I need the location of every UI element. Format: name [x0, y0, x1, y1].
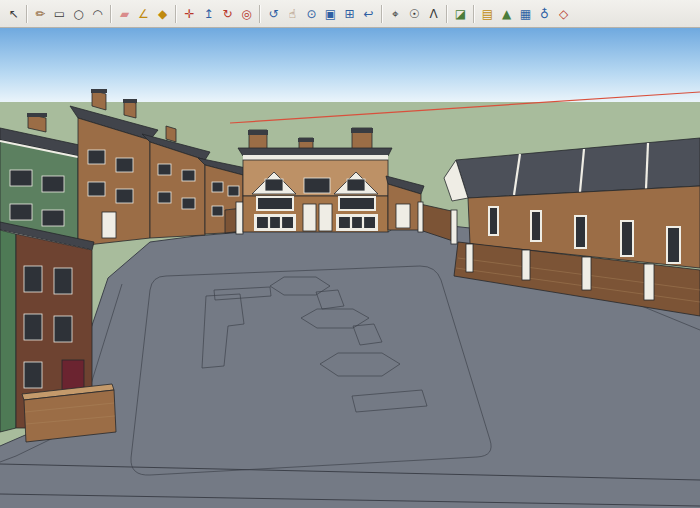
toolbar-separator	[175, 5, 177, 23]
toolbar-separator	[259, 5, 261, 23]
select-tool-button[interactable]: ↖	[5, 4, 23, 24]
section-plane-tool-button[interactable]: ◪	[452, 4, 470, 24]
front-door	[303, 204, 316, 231]
main-toolbar: ↖ ✏ ▭ ○ ◠ ▰ ∠ ◆ ✛ ↥ ↻ ◎ ↺ ☝ ⊙ ▣ ⊞ ↩ ⌖ ☉ …	[0, 0, 700, 28]
get-models-button[interactable]: ◇	[555, 4, 573, 24]
push-pull-tool-button[interactable]: ↥	[200, 4, 218, 24]
eraser-tool-button[interactable]: ▰	[116, 4, 134, 24]
orbit-tool-button[interactable]: ↺	[265, 4, 283, 24]
center-window	[304, 178, 330, 193]
photo-textures-button[interactable]: ▦	[517, 4, 535, 24]
toolbar-separator	[381, 5, 383, 23]
rotate-tool-button[interactable]: ↻	[219, 4, 237, 24]
rectangle-tool-button[interactable]: ▭	[51, 4, 69, 24]
toolbar-separator	[446, 5, 448, 23]
roof	[238, 148, 392, 156]
fascia	[243, 155, 388, 160]
look-around-tool-button[interactable]: ☉	[406, 4, 424, 24]
paint-bucket-tool-button[interactable]: ◆	[154, 4, 172, 24]
toolbar-separator	[473, 5, 475, 23]
zoom-window-tool-button[interactable]: ▣	[322, 4, 340, 24]
get-current-view-button[interactable]: ▤	[479, 4, 497, 24]
sketchup-window: ↖ ✏ ▭ ○ ◠ ▰ ∠ ◆ ✛ ↥ ↻ ◎ ↺ ☝ ⊙ ▣ ⊞ ↩ ⌖ ☉ …	[0, 0, 700, 508]
green-side-wall	[0, 230, 16, 432]
move-tool-button[interactable]: ✛	[181, 4, 199, 24]
position-camera-tool-button[interactable]: ⌖	[387, 4, 405, 24]
previous-view-button[interactable]: ↩	[360, 4, 378, 24]
zoom-tool-button[interactable]: ⊙	[303, 4, 321, 24]
offset-tool-button[interactable]: ◎	[238, 4, 256, 24]
garden-wall-left	[22, 384, 116, 442]
toggle-terrain-button[interactable]: ▲	[498, 4, 516, 24]
zoom-extents-tool-button[interactable]: ⊞	[341, 4, 359, 24]
preview-earth-button[interactable]: ♁	[536, 4, 554, 24]
front-door	[319, 204, 332, 231]
toolbar-separator	[110, 5, 112, 23]
model-scene[interactable]	[0, 28, 700, 508]
tape-measure-tool-button[interactable]: ∠	[135, 4, 153, 24]
toolbar-separator	[26, 5, 28, 23]
arc-tool-button[interactable]: ◠	[89, 4, 107, 24]
pan-tool-button[interactable]: ☝	[284, 4, 302, 24]
walk-tool-button[interactable]: Λ	[425, 4, 443, 24]
3d-viewport[interactable]	[0, 28, 700, 508]
circle-tool-button[interactable]: ○	[70, 4, 88, 24]
line-tool-button[interactable]: ✏	[32, 4, 50, 24]
